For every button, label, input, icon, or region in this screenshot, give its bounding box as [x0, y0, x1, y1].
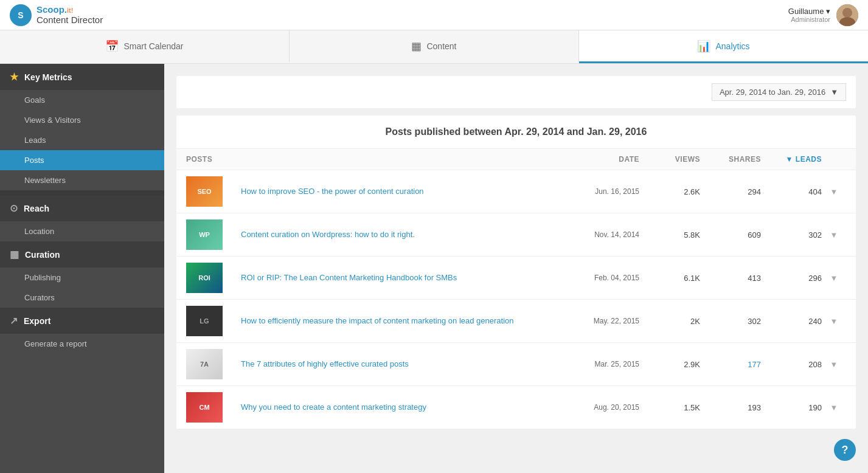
sidebar-item-generate-report-label: Generate a report	[24, 339, 87, 348]
col-header-views: VIEWS	[639, 155, 700, 164]
post-title-cell: ROI or RIP: The Lean Content Marketing H…	[235, 272, 560, 283]
svg-point-1	[842, 8, 852, 18]
post-shares: 609	[700, 230, 761, 240]
post-title-link[interactable]: ROI or RIP: The Lean Content Marketing H…	[241, 273, 457, 282]
reach-icon: ⊙	[10, 202, 18, 214]
sidebar-section-export[interactable]: ↗ Export	[0, 308, 164, 334]
post-title-cell: How to efficiently measure the impact of…	[235, 316, 560, 326]
post-title-link[interactable]: The 7 attributes of highly effective cur…	[241, 359, 409, 368]
post-title-link[interactable]: Why you need to create a content marketi…	[241, 402, 426, 412]
post-thumb: ROI	[186, 263, 223, 293]
date-range-bar: Apr. 29, 2014 to Jan. 29, 2016 ▼	[176, 76, 856, 108]
analytics-icon: 📊	[697, 40, 710, 53]
post-title-link[interactable]: Content curation on Wordpress: how to do…	[241, 230, 415, 239]
tab-analytics[interactable]: 📊 Analytics	[579, 30, 868, 63]
row-expand-btn[interactable]: ▼	[822, 187, 846, 196]
post-views: 6.1K	[639, 274, 700, 283]
posts-table-title: Posts published between Apr. 29, 2014 an…	[176, 116, 856, 149]
sidebar-item-posts[interactable]: Posts	[0, 150, 164, 170]
sidebar-item-newsletters[interactable]: Newsletters	[0, 170, 164, 190]
sidebar-item-leads[interactable]: Leads	[0, 130, 164, 150]
post-title-cell: The 7 attributes of highly effective cur…	[235, 359, 560, 370]
post-leads: 208	[761, 360, 822, 369]
post-views: 2K	[639, 317, 700, 326]
post-title-link[interactable]: How to improve SEO - the power of conten…	[241, 187, 424, 196]
posts-table: Posts published between Apr. 29, 2014 an…	[176, 116, 856, 429]
table-row: ROI ROI or RIP: The Lean Content Marketi…	[176, 257, 856, 300]
col-header-leads[interactable]: ▼ LEADS	[761, 155, 822, 164]
post-views: 2.6K	[639, 187, 700, 196]
post-views: 5.8K	[639, 230, 700, 240]
calendar-icon: 📅	[105, 40, 119, 53]
post-views: 2.9K	[639, 360, 700, 369]
post-leads: 404	[761, 187, 822, 196]
sidebar-item-curators-label: Curators	[24, 293, 55, 302]
sidebar-item-generate-report[interactable]: Generate a report	[0, 334, 164, 354]
post-thumb: WP	[186, 219, 223, 250]
sidebar-item-views-visitors[interactable]: Views & Visitors	[0, 110, 164, 130]
sidebar-item-location-label: Location	[24, 227, 54, 236]
chevron-down-icon: ▼	[830, 88, 838, 97]
table-row: LG How to efficiently measure the impact…	[176, 300, 856, 343]
date-range-selector[interactable]: Apr. 29, 2014 to Jan. 29, 2016 ▼	[712, 83, 846, 101]
sidebar-section-key-metrics[interactable]: ★ Key Metrics	[0, 64, 164, 90]
tab-smart-calendar-label: Smart Calendar	[123, 41, 183, 51]
row-expand-btn[interactable]: ▼	[822, 230, 846, 240]
user-avatar	[836, 4, 858, 26]
table-row: WP Content curation on Wordpress: how to…	[176, 213, 856, 257]
post-date: Nov. 14, 2014	[560, 230, 639, 239]
row-expand-btn[interactable]: ▼	[822, 317, 846, 326]
col-header-shares: SHARES	[700, 155, 761, 164]
logo-dir: Content Director	[36, 15, 103, 26]
sidebar-section-export-label: Export	[24, 316, 50, 326]
sidebar-item-views-visitors-label: Views & Visitors	[24, 116, 81, 125]
post-thumb: 7A	[186, 349, 223, 379]
table-header: POSTS DATE VIEWS SHARES ▼ LEADS	[176, 149, 856, 170]
curation-icon: ▦	[10, 249, 19, 260]
row-expand-btn[interactable]: ▼	[822, 360, 846, 369]
tab-content-label: Content	[426, 41, 456, 51]
post-leads: 240	[761, 317, 822, 326]
main-layout: ★ Key Metrics Goals Views & Visitors Lea…	[0, 64, 868, 473]
user-area: Guillaume ▾ Administrator	[788, 4, 858, 26]
sidebar-section-reach[interactable]: ⊙ Reach	[0, 195, 164, 221]
date-range-label: Apr. 29, 2014 to Jan. 29, 2016	[720, 88, 825, 97]
col-header-posts-empty	[235, 155, 560, 164]
col-header-posts: POSTS	[186, 155, 235, 164]
logo-icon: S	[10, 4, 32, 26]
post-thumb: CM	[186, 392, 223, 423]
sidebar-item-location[interactable]: Location	[0, 221, 164, 241]
user-role: Administrator	[788, 16, 830, 23]
sidebar-item-curators[interactable]: Curators	[0, 288, 164, 308]
tab-smart-calendar[interactable]: 📅 Smart Calendar	[0, 30, 290, 63]
sidebar-item-leads-label: Leads	[24, 136, 46, 145]
user-name[interactable]: Guillaume ▾	[788, 7, 830, 16]
tab-content[interactable]: ▦ Content	[290, 30, 579, 63]
sidebar-item-newsletters-label: Newsletters	[24, 176, 66, 185]
star-icon: ★	[10, 71, 18, 83]
user-info: Guillaume ▾ Administrator	[788, 7, 830, 23]
sidebar-divider	[0, 190, 164, 195]
col-header-date: DATE	[560, 155, 639, 164]
post-leads: 190	[761, 403, 822, 412]
sidebar-item-goals[interactable]: Goals	[0, 90, 164, 110]
post-date: May. 22, 2015	[560, 317, 639, 325]
content-icon: ▦	[411, 40, 422, 53]
row-expand-btn[interactable]: ▼	[822, 274, 846, 283]
help-button[interactable]: ?	[834, 439, 856, 461]
sidebar-item-posts-label: Posts	[24, 156, 44, 165]
sidebar-item-goals-label: Goals	[24, 95, 45, 105]
post-shares: 294	[700, 187, 761, 196]
logo-scoop: Scoop.	[36, 4, 67, 15]
sidebar-section-curation[interactable]: ▦ Curation	[0, 241, 164, 268]
app-header: S Scoop.it! Content Director Guillaume ▾…	[0, 0, 868, 30]
post-shares: 177	[700, 360, 761, 369]
table-row: CM Why you need to create a content mark…	[176, 386, 856, 429]
sidebar-item-publishing[interactable]: Publishing	[0, 268, 164, 288]
post-title-cell: Why you need to create a content marketi…	[235, 402, 560, 413]
post-shares: 193	[700, 403, 761, 412]
row-expand-btn[interactable]: ▼	[822, 403, 846, 412]
post-title-link[interactable]: How to efficiently measure the impact of…	[241, 316, 514, 325]
table-row: SEO How to improve SEO - the power of co…	[176, 170, 856, 213]
post-thumb: SEO	[186, 176, 223, 207]
